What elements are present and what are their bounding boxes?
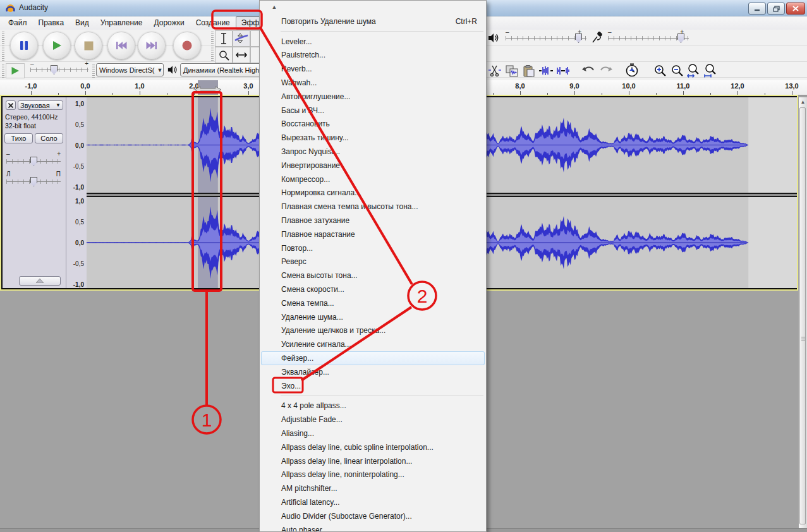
- stop-button[interactable]: [75, 32, 102, 59]
- paste-button[interactable]: [521, 63, 537, 78]
- effects-menu-item[interactable]: Фейзер...: [261, 351, 485, 365]
- fit-selection-button[interactable]: [685, 63, 701, 78]
- effects-menu-item[interactable]: Вырезать тишину...: [260, 131, 486, 145]
- menubar-item-Дорожки[interactable]: Дорожки: [149, 16, 190, 30]
- playback-speed-thumb[interactable]: [51, 65, 58, 75]
- menubar-item-Вид[interactable]: Вид: [70, 16, 95, 30]
- effects-menu-item[interactable]: Auto phaser...: [260, 523, 486, 532]
- play-button[interactable]: [43, 32, 71, 59]
- audio-host-dropdown[interactable]: Windows DirectS( ▼: [96, 63, 164, 76]
- track-gain-thumb[interactable]: [30, 157, 37, 166]
- effects-menu-item[interactable]: Запрос Nyquist...: [260, 145, 486, 159]
- pause-button[interactable]: [10, 32, 38, 59]
- effects-menu-item[interactable]: Audio Divider (Suboctave Generator)...: [260, 509, 486, 523]
- effects-menu-item[interactable]: Смена скорости...: [260, 282, 486, 296]
- skip-to-start-button[interactable]: [107, 32, 135, 59]
- menu-item-label: Восстановить: [281, 119, 330, 128]
- sync-lock-button[interactable]: [624, 63, 640, 78]
- effects-menu-item[interactable]: Нормировка сигнала...: [260, 186, 486, 200]
- vertical-scale-ruler[interactable]: 1,00,50,0-0,5-1,01,00,50,0-0,5-1,0: [66, 97, 87, 288]
- toolbar-grip[interactable]: [211, 32, 214, 61]
- fit-project-button[interactable]: [702, 63, 719, 78]
- skip-to-end-button[interactable]: [138, 32, 166, 59]
- track-control-panel[interactable]: Звуковая ▼ Стерео, 44100Hz 32-bit float …: [3, 97, 66, 288]
- trim-audio-button[interactable]: [538, 63, 554, 78]
- effects-menu-item[interactable]: Reverb...: [260, 62, 486, 76]
- effects-menu-item[interactable]: Artificial latency...: [260, 495, 486, 509]
- cut-button[interactable]: [487, 63, 503, 78]
- effects-menu-item[interactable]: Allpass delay line, cubic spline interpo…: [260, 440, 486, 454]
- toolbar-grip[interactable]: [2, 32, 4, 61]
- effects-menu-item[interactable]: Усиление сигнала...: [260, 337, 486, 351]
- menubar-item-Управление[interactable]: Управление: [95, 16, 149, 30]
- input-volume-thumb[interactable]: [677, 33, 684, 43]
- effects-menu-item[interactable]: Aliasing...: [260, 426, 486, 440]
- solo-button[interactable]: Соло: [35, 133, 63, 143]
- output-volume-thumb[interactable]: [575, 33, 582, 43]
- playback-speed-slider[interactable]: – +: [30, 63, 88, 76]
- input-volume-slider[interactable]: – +: [608, 31, 689, 45]
- zoom-in-button[interactable]: [652, 63, 669, 78]
- track-pan-thumb[interactable]: [30, 177, 37, 186]
- selection-tool-button[interactable]: [215, 30, 233, 47]
- menu-item-label: Artificial latency...: [281, 498, 339, 507]
- menubar-item-Правка[interactable]: Правка: [33, 16, 70, 30]
- menu-scroll-up-icon[interactable]: ▲: [269, 3, 280, 11]
- maximize-button[interactable]: [767, 3, 785, 15]
- effects-menu-item[interactable]: Реверс: [260, 255, 486, 269]
- effects-menu-item[interactable]: Плавное нарастание: [260, 227, 486, 241]
- track-close-button[interactable]: [6, 100, 16, 110]
- vertical-scrollbar[interactable]: ▲: [799, 97, 807, 532]
- effects-menu-item[interactable]: Повтор...: [260, 241, 486, 255]
- effects-menu-item[interactable]: Плавное затухание: [260, 214, 486, 227]
- effects-menu-item[interactable]: Смена высоты тона...: [260, 269, 486, 282]
- effects-menu-item[interactable]: Компрессор...: [260, 172, 486, 186]
- silence-audio-button[interactable]: [555, 63, 571, 78]
- copy-button[interactable]: [504, 63, 520, 78]
- effects-menu-item[interactable]: Эхо...: [260, 379, 486, 393]
- effects-menu-item[interactable]: Инвертирование: [260, 159, 486, 172]
- track-pan-slider[interactable]: Л П: [6, 172, 61, 187]
- record-button[interactable]: [173, 32, 201, 59]
- effects-menu-item[interactable]: Paulstretch...: [260, 49, 486, 63]
- scrollbar-up-arrow[interactable]: ▲: [799, 97, 807, 107]
- effects-menu-item[interactable]: Смена темпа...: [260, 296, 486, 310]
- effects-menu-item[interactable]: 4 x 4 pole allpass...: [260, 399, 486, 413]
- effects-menu-item[interactable]: Удаление шума...: [260, 310, 486, 324]
- effects-menu-item[interactable]: AM pitchshifter...: [260, 481, 486, 495]
- track-name-menu[interactable]: Звуковая ▼: [18, 100, 63, 110]
- undo-button[interactable]: [580, 63, 597, 78]
- effects-menu-item[interactable]: Allpass delay line, noninterpolating...: [260, 468, 486, 482]
- effects-menu-item[interactable]: Удаление щелчков и треска...: [260, 324, 486, 338]
- track-gain-slider[interactable]: – +: [6, 152, 61, 167]
- effects-menu-item[interactable]: Автоприглушение...: [260, 90, 486, 104]
- toolbar-grip[interactable]: [92, 64, 95, 78]
- zoom-tool-button[interactable]: [215, 47, 233, 63]
- zoom-out-button[interactable]: [669, 63, 686, 78]
- toolbar-grip[interactable]: [2, 64, 4, 78]
- effects-menu-item[interactable]: Повторить Удаление шумаCtrl+R: [260, 15, 486, 28]
- output-device-dropdown[interactable]: Динамики (Realtek High: [180, 63, 260, 76]
- mute-button[interactable]: Тихо: [4, 133, 33, 143]
- selection-resize-handles-icon[interactable]: [194, 86, 222, 94]
- redo-button[interactable]: [598, 63, 614, 78]
- scrollbar-thumb[interactable]: [799, 107, 806, 524]
- effects-menu-item[interactable]: Adjustable Fade...: [260, 413, 486, 426]
- menubar-item-Файл[interactable]: Файл: [3, 16, 33, 30]
- effects-menu-item[interactable]: Wahwah...: [260, 76, 486, 90]
- effects-menu-item[interactable]: Allpass delay line, linear interpolation…: [260, 454, 486, 468]
- effects-menu-item[interactable]: Leveler...: [260, 35, 486, 49]
- close-button[interactable]: [786, 3, 805, 15]
- effects-menu-item[interactable]: Восстановить: [260, 118, 486, 131]
- minimize-button[interactable]: [748, 3, 766, 15]
- effects-menu-item[interactable]: Эквалайзер...: [260, 365, 486, 379]
- effects-menu-item[interactable]: Басы и ВЧ...: [260, 104, 486, 118]
- close-icon: [8, 103, 13, 108]
- effects-menu-item[interactable]: Плавная смена темпа и высоты тона...: [260, 200, 486, 214]
- track-collapse-button[interactable]: [19, 276, 61, 286]
- output-volume-slider[interactable]: – +: [506, 31, 586, 45]
- envelope-tool-button[interactable]: [233, 30, 250, 47]
- play-at-speed-button[interactable]: [6, 63, 25, 78]
- timeshift-tool-button[interactable]: [233, 47, 250, 63]
- menubar-item-Создание[interactable]: Создание: [190, 16, 236, 30]
